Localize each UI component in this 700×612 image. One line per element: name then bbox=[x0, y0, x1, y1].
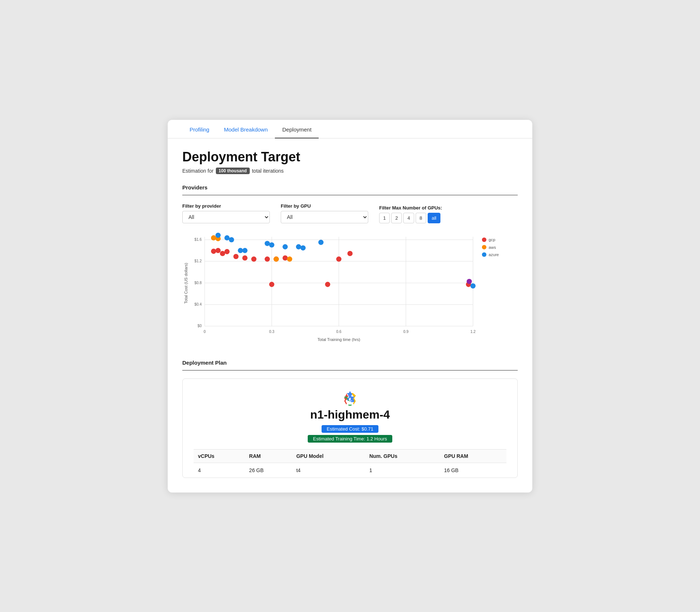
point-gcp bbox=[283, 255, 288, 260]
point-aws bbox=[211, 235, 216, 240]
filter-provider-group: Filter by provider All bbox=[182, 203, 270, 223]
col-num-gpus: Num. GPUs bbox=[365, 449, 440, 463]
point-azure bbox=[242, 248, 248, 253]
svg-text:1.2: 1.2 bbox=[470, 329, 476, 333]
filter-gpu-group: Filter by GPU All bbox=[281, 203, 368, 223]
svg-text:Total Cost (US dollars): Total Cost (US dollars) bbox=[184, 263, 188, 304]
tab-profiling[interactable]: Profiling bbox=[182, 120, 217, 138]
point-gcp bbox=[225, 249, 230, 254]
providers-divider bbox=[182, 195, 518, 195]
svg-text:0: 0 bbox=[203, 329, 206, 333]
svg-text:Total Training time (hrs): Total Training time (hrs) bbox=[318, 337, 361, 342]
gpu-btn-4[interactable]: 4 bbox=[403, 213, 414, 223]
svg-text:azure: azure bbox=[489, 252, 499, 257]
svg-text:$0.8: $0.8 bbox=[194, 280, 202, 285]
val-gpu-model: t4 bbox=[292, 463, 365, 478]
estimation-prefix: Estimation for bbox=[182, 168, 214, 174]
svg-text:$0: $0 bbox=[198, 324, 202, 328]
svg-text:0.9: 0.9 bbox=[403, 329, 409, 333]
estimation-suffix: total iterations bbox=[252, 168, 284, 174]
tab-model-breakdown[interactable]: Model Breakdown bbox=[217, 120, 275, 138]
point-azure bbox=[269, 242, 274, 247]
cost-badge: Estimated Cost: $0.71 bbox=[322, 425, 378, 433]
deployment-plan-divider bbox=[182, 370, 518, 370]
time-badge: Estimated Training Time: 1.2 Hours bbox=[308, 435, 392, 443]
point-gcp bbox=[269, 282, 274, 287]
gcp-logo-color bbox=[341, 391, 359, 408]
col-gpu-ram: GPU RAM bbox=[440, 449, 506, 463]
point-azure bbox=[229, 237, 234, 242]
point-azure bbox=[265, 241, 270, 246]
point-gcp bbox=[265, 256, 270, 262]
specs-table: vCPUs RAM GPU Model Num. GPUs GPU RAM 4 … bbox=[194, 449, 506, 478]
tabs-bar: Profiling Model Breakdown Deployment bbox=[168, 120, 532, 138]
point-azure bbox=[283, 244, 288, 249]
point-azure bbox=[215, 232, 221, 238]
deployment-plan-label: Deployment Plan bbox=[182, 360, 518, 366]
gpu-btn-1[interactable]: 1 bbox=[379, 213, 390, 223]
point-azure bbox=[296, 244, 301, 249]
point-gcp bbox=[336, 256, 341, 262]
page-title: Deployment Target bbox=[182, 149, 518, 165]
svg-text:$0.4: $0.4 bbox=[194, 302, 202, 306]
svg-text:0.3: 0.3 bbox=[269, 329, 275, 333]
estimation-row: Estimation for 100 thousand total iterat… bbox=[182, 168, 518, 174]
filter-gpu-select[interactable]: All bbox=[281, 211, 368, 223]
main-card: Profiling Model Breakdown Deployment Dep… bbox=[168, 120, 532, 493]
page-content: Deployment Target Estimation for 100 tho… bbox=[168, 138, 532, 478]
point-gcp bbox=[325, 282, 330, 287]
specs-row: 4 26 GB t4 1 16 GB bbox=[194, 463, 506, 478]
gpu-btn-all[interactable]: all bbox=[428, 213, 440, 223]
filter-provider-label: Filter by provider bbox=[182, 203, 270, 209]
svg-text:$1.6: $1.6 bbox=[194, 238, 202, 242]
point-gcp bbox=[347, 251, 353, 256]
col-vcpus: vCPUs bbox=[194, 449, 245, 463]
point-gcp bbox=[211, 248, 216, 254]
filter-gpu-label: Filter by GPU bbox=[281, 203, 368, 209]
val-gpu-ram: 16 GB bbox=[440, 463, 506, 478]
svg-point-24 bbox=[482, 245, 486, 249]
filter-provider-select[interactable]: All bbox=[182, 211, 270, 223]
point-gcp bbox=[220, 251, 225, 256]
filters-row: Filter by provider All Filter by GPU All… bbox=[182, 203, 518, 223]
point-azure bbox=[318, 240, 323, 245]
dp-header: n1-highmem-4 Estimated Cost: $0.71 Estim… bbox=[194, 388, 506, 443]
svg-text:$1.2: $1.2 bbox=[194, 259, 202, 263]
val-num-gpus: 1 bbox=[365, 463, 440, 478]
deployment-plan-card: n1-highmem-4 Estimated Cost: $0.71 Estim… bbox=[182, 378, 518, 478]
col-gpu-model: GPU Model bbox=[292, 449, 365, 463]
point-azure bbox=[300, 245, 306, 250]
point-purple bbox=[467, 279, 472, 284]
gpu-btn-2[interactable]: 2 bbox=[391, 213, 402, 223]
val-ram: 26 GB bbox=[245, 463, 292, 478]
providers-label: Providers bbox=[182, 184, 518, 191]
point-gcp bbox=[242, 255, 248, 260]
chart-container: .axis-label { font-size: 11px; fill: #55… bbox=[182, 231, 518, 349]
filter-max-gpus-label: Filter Max Number of GPUs: bbox=[379, 205, 442, 211]
scatter-chart: .axis-label { font-size: 11px; fill: #55… bbox=[182, 231, 518, 347]
gpu-btn-8[interactable]: 8 bbox=[416, 213, 426, 223]
point-aws bbox=[273, 256, 279, 262]
point-gcp bbox=[215, 248, 221, 253]
svg-text:aws: aws bbox=[489, 245, 496, 249]
filter-max-gpus-group: Filter Max Number of GPUs: 1 2 4 8 all bbox=[379, 205, 442, 223]
svg-point-26 bbox=[482, 252, 486, 256]
svg-point-22 bbox=[482, 237, 486, 242]
iterations-badge: 100 thousand bbox=[216, 168, 250, 174]
point-azure bbox=[470, 283, 475, 288]
point-azure bbox=[225, 235, 230, 240]
deployment-badges: Estimated Cost: $0.71 Estimated Training… bbox=[308, 425, 392, 443]
val-vcpus: 4 bbox=[194, 463, 245, 478]
point-gcp bbox=[233, 254, 238, 259]
deployment-instance-name: n1-highmem-4 bbox=[310, 408, 390, 421]
svg-text:0.6: 0.6 bbox=[336, 329, 342, 333]
point-gcp bbox=[251, 256, 256, 262]
gpu-buttons: 1 2 4 8 all bbox=[379, 213, 442, 223]
tab-deployment[interactable]: Deployment bbox=[275, 120, 319, 138]
point-aws bbox=[287, 256, 292, 262]
svg-text:gcp: gcp bbox=[489, 238, 495, 242]
point-azure bbox=[238, 248, 243, 253]
col-ram: RAM bbox=[245, 449, 292, 463]
